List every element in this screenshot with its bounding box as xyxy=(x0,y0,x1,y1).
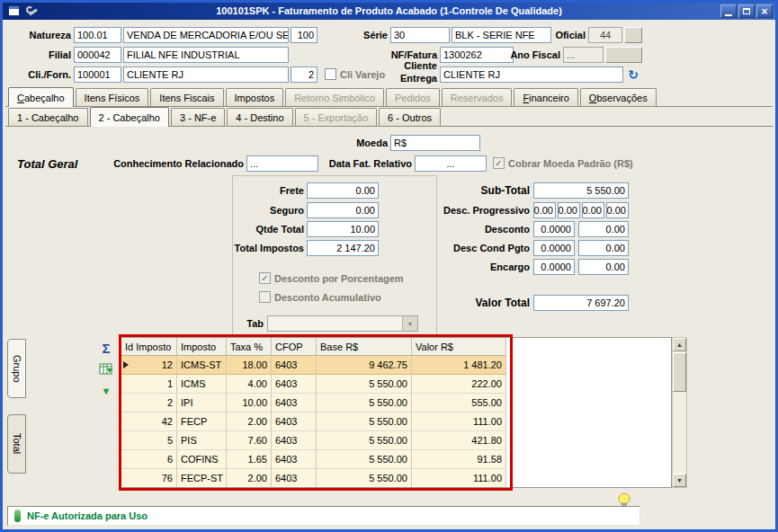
scroll-up-icon: ▲ xyxy=(676,341,683,348)
desconto-label: Desconto xyxy=(431,221,530,237)
desconto-acumulativo-checkbox xyxy=(259,291,271,303)
cell: FECP xyxy=(177,412,227,431)
side-tab-total[interactable]: Total xyxy=(7,414,26,474)
desconto-value-field[interactable]: 0.00 xyxy=(578,221,629,237)
desc-progressivo-field-4[interactable]: 0.00 xyxy=(606,202,629,218)
ano-fiscal-label: Ano Fiscal xyxy=(508,47,560,63)
subtab-2-cabecalho[interactable]: 2 - Cabeçalho xyxy=(90,107,170,127)
status-icon xyxy=(14,510,21,522)
desc-progressivo-field-2[interactable]: 0.00 xyxy=(558,202,580,218)
tab-impostos[interactable]: Impostos xyxy=(226,88,284,106)
cell: 6403 xyxy=(272,469,317,488)
tab-cabecalho[interactable]: Cabeçalho xyxy=(8,87,74,107)
subtab-4-destino[interactable]: 4 - Destino xyxy=(227,108,292,126)
natureza-extra-field[interactable]: 100 xyxy=(291,27,317,43)
column-header-cfop[interactable]: CFOP xyxy=(272,338,317,356)
cell: 5 550.00 xyxy=(317,412,412,431)
grid-export-icon[interactable] xyxy=(96,360,116,378)
data-fat-field[interactable]: ... xyxy=(415,155,487,172)
natureza-desc-field[interactable]: VENDA DE MERCADORIA E/OU SERVI xyxy=(123,27,289,43)
restore-icon xyxy=(743,8,750,14)
oficial-label: Oficial xyxy=(553,27,586,43)
scrollbar-thumb[interactable] xyxy=(673,352,686,392)
natureza-code-field[interactable]: 100.01 xyxy=(74,27,121,43)
encargo-pct-field[interactable]: 0.0000 xyxy=(533,259,575,275)
check-icon: ✓ xyxy=(495,159,502,168)
cliente-entrega-field[interactable]: CLIENTE RJ xyxy=(440,66,623,83)
tab-itens-fisicos[interactable]: Itens Físicos xyxy=(76,88,149,106)
sum-icon[interactable]: Σ xyxy=(96,339,116,357)
minimize-button[interactable] xyxy=(720,4,737,18)
column-header-valor[interactable]: Valor R$ xyxy=(412,338,506,356)
table-row[interactable]: 2 IPI 10.00 6403 5 550.00 555.00 xyxy=(121,394,671,412)
column-header-imposto[interactable]: Imposto xyxy=(177,338,227,356)
tab-itens-fiscais[interactable]: Itens Fiscais xyxy=(150,88,223,106)
status-message: NF-e Autorizada para Uso xyxy=(27,510,148,521)
seguro-field[interactable]: 0.00 xyxy=(307,202,379,218)
table-row[interactable]: 12 ICMS-ST 18.00 6403 9 462.75 1 481.20 xyxy=(121,356,671,375)
cli-varejo-checkbox[interactable] xyxy=(325,68,336,80)
encargo-value-field[interactable]: 0.00 xyxy=(578,259,629,275)
table-row[interactable]: 42 FECP 2.00 6403 5 550.00 111.00 xyxy=(121,412,671,431)
grid-header-row: Id Imposto Imposto Taxa % CFOP Base R$ V… xyxy=(121,338,671,356)
subtotal-label: Sub-Total xyxy=(431,182,530,199)
cell: 12 xyxy=(121,356,177,375)
desc-progressivo-field-1[interactable]: 0.00 xyxy=(533,202,556,218)
column-header-id-imposto[interactable]: Id Imposto xyxy=(121,338,177,356)
desconto-pct-field[interactable]: 0.0000 xyxy=(533,221,575,237)
grid-scrollbar[interactable]: ▲ ▼ xyxy=(672,337,687,488)
close-button[interactable]: × xyxy=(756,4,773,18)
serie-desc-field[interactable]: BLK - SERIE NFE xyxy=(452,27,551,43)
subtab-6-outros[interactable]: 6 - Outros xyxy=(379,108,441,126)
desc-cond-pct-field[interactable]: 0.0000 xyxy=(533,240,575,256)
scroll-up-button[interactable]: ▲ xyxy=(673,338,686,351)
cell: 6403 xyxy=(272,431,317,450)
tab-observacoes[interactable]: Observações xyxy=(580,88,657,106)
side-tab-grupo[interactable]: Grupo xyxy=(7,339,26,398)
cli-forn-extra-field[interactable]: 2 xyxy=(291,66,317,83)
moeda-field[interactable]: R$ xyxy=(390,135,480,151)
cli-forn-code-field[interactable]: 100001 xyxy=(74,66,121,83)
restore-button[interactable] xyxy=(738,4,755,18)
desc-cond-value-field[interactable]: 0.00 xyxy=(578,240,629,256)
titlebar: 100101SPK - Faturamento de Produto Acaba… xyxy=(3,3,775,20)
cliente-entrega-lookup-button[interactable]: ↻ xyxy=(624,66,642,83)
valor-total-field[interactable]: 7 697.20 xyxy=(533,295,629,311)
total-impostos-label: Total Impostos xyxy=(233,240,304,256)
conhecimento-field[interactable]: ... xyxy=(246,155,318,172)
cell: 5 550.00 xyxy=(317,469,412,488)
oficial-field: 44 xyxy=(588,27,622,43)
green-down-arrow-icon[interactable]: ▼ xyxy=(96,382,116,400)
table-row[interactable]: 6 COFINS 1.65 6403 5 550.00 91.58 xyxy=(121,450,671,469)
cell: 4.00 xyxy=(227,375,272,394)
cell: 9 462.75 xyxy=(317,356,412,375)
selected-row-marker xyxy=(123,361,129,368)
subtotal-field[interactable]: 5 550.00 xyxy=(533,182,629,199)
cell: 421.80 xyxy=(412,431,506,450)
cliente-entrega-label-line1: Cliente xyxy=(404,60,437,71)
desc-progressivo-field-3[interactable]: 0.00 xyxy=(582,202,604,218)
check-icon: ✓ xyxy=(261,274,268,283)
column-header-taxa[interactable]: Taxa % xyxy=(227,338,272,356)
table-row[interactable]: 1 ICMS 4.00 6403 5 550.00 222.00 xyxy=(121,375,671,394)
subtab-3-nfe[interactable]: 3 - NF-e xyxy=(171,108,225,126)
table-row[interactable]: 76 FECP-ST 2.00 6403 5 550.00 111.00 xyxy=(121,469,671,488)
tab-financeiro[interactable]: Financeiro xyxy=(514,88,577,106)
filial-code-field[interactable]: 000042 xyxy=(74,47,121,63)
qtde-total-field[interactable]: 10.00 xyxy=(307,221,379,237)
nf-fatura-field[interactable]: 1300262 xyxy=(440,47,514,63)
frete-field[interactable]: 0.00 xyxy=(307,182,379,199)
scroll-down-button[interactable]: ▼ xyxy=(673,474,686,487)
oficial-browse-button xyxy=(624,27,642,43)
column-header-base[interactable]: Base R$ xyxy=(317,338,412,356)
total-impostos-field[interactable]: 2 147.20 xyxy=(307,240,379,256)
filial-desc-field[interactable]: FILIAL NFE INDUSTRIAL xyxy=(123,47,289,63)
cli-forn-desc-field[interactable]: CLIENTE RJ xyxy=(123,66,289,83)
subtab-1-cabecalho[interactable]: 1 - Cabeçalho xyxy=(8,108,88,126)
cell: 6403 xyxy=(272,450,317,469)
cell: 10.00 xyxy=(227,394,272,412)
cell: 5 550.00 xyxy=(317,431,412,450)
status-bar: NF-e Autorizada para Uso xyxy=(7,506,640,526)
serie-code-field[interactable]: 30 xyxy=(390,27,450,43)
table-row[interactable]: 5 PIS 7.60 6403 5 550.00 421.80 xyxy=(121,431,671,450)
